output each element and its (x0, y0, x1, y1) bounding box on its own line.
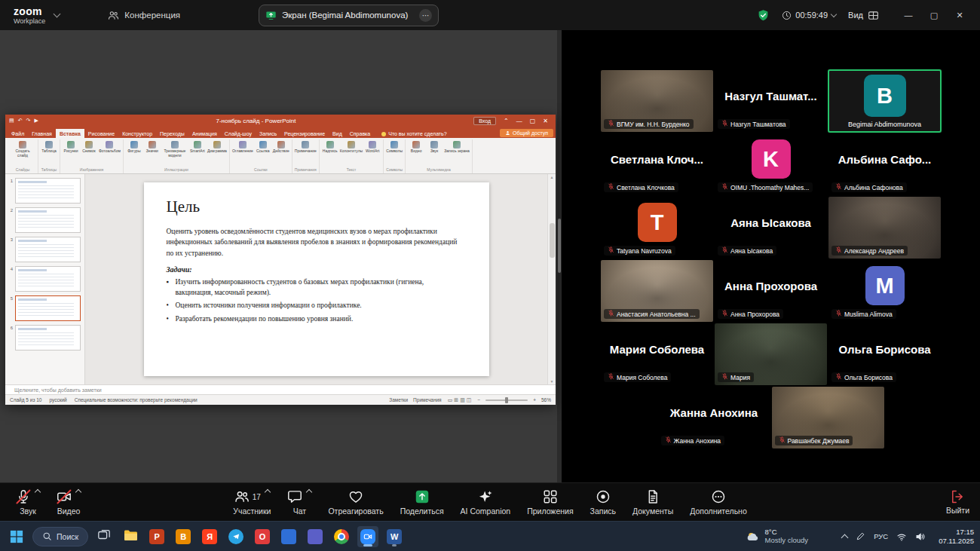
ppt-vertical-scrollbar[interactable]: ▲ ▼ (547, 174, 556, 384)
participant-tile[interactable]: BBegimai Abdimomunova (828, 69, 942, 133)
toolbar-participants[interactable]: 17Участники (225, 488, 279, 516)
ppt-ribbon-tab[interactable]: Анимация (188, 129, 221, 138)
slide-thumbnail[interactable]: 2 (8, 207, 81, 233)
zoom-slider-knob[interactable] (505, 397, 508, 403)
slide-sorter-icon[interactable]: ⊞ (453, 397, 459, 403)
ppt-ribbon-button[interactable]: Запись экрана (444, 141, 470, 154)
slideshow-view-icon[interactable]: ◫ (466, 397, 473, 403)
participant-tile[interactable]: Анна ПрохороваАнна Прохорова (714, 259, 828, 323)
scroll-up-icon[interactable]: ▲ (550, 175, 554, 179)
slide-thumbnail[interactable]: 1 (8, 178, 81, 204)
ppt-ribbon-button[interactable]: WordArt (364, 141, 381, 154)
ppt-ribbon-button[interactable]: Звук (426, 141, 443, 154)
participant-tile[interactable]: Равшанбек Джумаев (771, 386, 885, 449)
maximize-button[interactable]: ▢ (921, 11, 947, 20)
ppt-ribbon-button[interactable]: Ссылка (255, 141, 271, 154)
toolbar-video[interactable]: Видео (48, 488, 89, 516)
toolbar-audio[interactable]: Звук (8, 488, 48, 516)
toolbar-record[interactable]: Запись (582, 488, 624, 516)
ppt-ribbon-tab[interactable]: Переходы (156, 129, 188, 138)
ppt-close-button[interactable]: ✕ (539, 118, 552, 124)
slide-thumbnail[interactable]: 6 (8, 325, 81, 350)
tab-conference[interactable]: Конференция (100, 5, 188, 26)
undo-icon[interactable]: ↶ (18, 118, 23, 124)
taskbar-app-telegram[interactable] (225, 526, 247, 547)
participant-tile[interactable]: TTatyana Navruzova (600, 196, 714, 259)
scrollbar-handle[interactable] (550, 223, 555, 258)
toolbar-more[interactable]: Дополнительно (681, 488, 755, 516)
tab-more-icon[interactable]: ⋯ (419, 9, 432, 22)
ppt-restore-button[interactable]: ▢ (526, 118, 540, 124)
ppt-ribbon-tab[interactable]: Справка (346, 129, 374, 138)
taskbar-app-app-b[interactable]: B (173, 526, 194, 547)
participant-tile[interactable]: MMuslima Alimova (828, 259, 942, 323)
ppt-ribbon-button[interactable]: Колонтитулы (340, 141, 363, 154)
taskbar-app-task-view[interactable] (93, 526, 115, 547)
keyboard-language[interactable]: РУС (874, 532, 888, 540)
slide-thumbnail[interactable]: 3 (8, 237, 81, 262)
taskbar-app-yandex-browser[interactable]: Я (199, 526, 220, 547)
taskbar-search[interactable]: Поиск (32, 527, 88, 546)
ppt-ribbon-button[interactable]: Действие (273, 141, 289, 154)
taskbar-app-opera[interactable]: O (252, 526, 273, 547)
slide-thumbnail[interactable]: 5 (8, 295, 81, 321)
tray-overflow-chevron-icon[interactable] (841, 534, 849, 541)
ppt-ribbon-tab[interactable]: Файл (8, 129, 28, 138)
pen-icon[interactable] (856, 531, 865, 541)
security-shield-icon[interactable] (757, 9, 770, 22)
participant-tile[interactable]: Жанна АнохинаЖанна Анохина (657, 386, 771, 449)
taskbar-app-powerpoint[interactable]: P (146, 526, 167, 547)
minimize-button[interactable]: — (896, 11, 921, 20)
chevron-up-icon[interactable] (35, 489, 41, 495)
start-button[interactable] (6, 526, 27, 547)
taskbar-app-app-blue[interactable] (278, 526, 299, 547)
participant-tile[interactable]: ВГМУ им. Н.Н. Бурденко (600, 69, 714, 133)
ppt-ribbon-tab[interactable]: Вставка (56, 129, 84, 138)
participant-tile[interactable]: KOIMU .Thoomathy Mahes... (714, 133, 828, 196)
toolbar-apps[interactable]: Приложения (519, 488, 581, 516)
ppt-ribbon-tab[interactable]: Запись (256, 129, 280, 138)
slideshow-icon[interactable]: ▶ (34, 118, 38, 124)
ppt-ribbon-button[interactable]: Значки (144, 141, 161, 154)
ppt-ribbon-button[interactable]: Диаграмма (207, 141, 227, 154)
volume-icon[interactable] (915, 531, 926, 542)
ppt-ribbon-button[interactable]: Символы (386, 141, 403, 154)
zoom-in-button[interactable]: + (533, 397, 536, 403)
redo-icon[interactable]: ↷ (26, 118, 31, 124)
participant-tile[interactable]: Альбина Сафо...Альбина Сафонова (828, 133, 942, 196)
participant-tile[interactable]: Ольга БорисоваОльга Борисова (828, 323, 942, 386)
chevron-up-icon[interactable] (265, 489, 271, 495)
normal-view-icon[interactable]: ▭ (447, 397, 454, 403)
view-button[interactable]: Вид (848, 10, 879, 21)
participant-tile[interactable]: Назгул Ташмат...Назгул Ташматова (714, 69, 828, 133)
taskbar-app-chrome[interactable] (331, 526, 352, 547)
ppt-ribbon-button[interactable]: Примечание (295, 141, 317, 154)
divider-handle[interactable] (558, 219, 561, 273)
ppt-ribbon-button[interactable]: Надпись (322, 141, 338, 154)
notes-toggle[interactable]: Заметки (389, 397, 408, 403)
scroll-down-icon[interactable]: ▼ (550, 379, 554, 384)
ppt-ribbon-tab[interactable]: Рецензирование (280, 129, 329, 138)
zoom-slider[interactable] (485, 399, 528, 401)
slide-canvas[interactable]: Цель Оценить уровень осведомлённости сту… (144, 182, 489, 376)
ppt-ribbon-button[interactable]: Видео (408, 141, 424, 154)
taskbar-app-file-explorer[interactable] (120, 526, 141, 547)
toolbar-docs[interactable]: Документы (624, 488, 681, 516)
ribbon-display-options-icon[interactable]: ⌃ (500, 118, 513, 124)
zoom-percentage[interactable]: 56% (541, 397, 551, 403)
ppt-ribbon-button[interactable]: Таблица (41, 141, 57, 154)
chevron-up-icon[interactable] (75, 489, 81, 495)
meeting-timer[interactable]: 00:59:49 (782, 11, 836, 20)
tab-screen-share[interactable]: Экран (Begimai Abdimomunova) ⋯ (259, 5, 439, 26)
participant-tile[interactable]: Аяна ЫсаковаАяна Ысакова (714, 196, 828, 259)
ppt-share-button[interactable]: Общий доступ (500, 129, 553, 137)
ppt-minimize-button[interactable]: — (513, 118, 526, 124)
participant-tile[interactable]: Светлана Клоч...Светлана Клочкова (600, 133, 714, 196)
ppt-ribbon-button[interactable]: Рисунки (63, 141, 79, 154)
taskbar-app-app-indigo[interactable] (305, 526, 326, 547)
save-icon[interactable]: ▤ (9, 118, 14, 124)
reading-view-icon[interactable]: ▥ (459, 397, 466, 403)
ppt-tellme-box[interactable]: Что вы хотите сделать? (381, 131, 446, 138)
ppt-ribbon-button[interactable]: Снимок (81, 141, 97, 154)
ppt-ribbon-tab[interactable]: Конструктор (118, 129, 156, 138)
